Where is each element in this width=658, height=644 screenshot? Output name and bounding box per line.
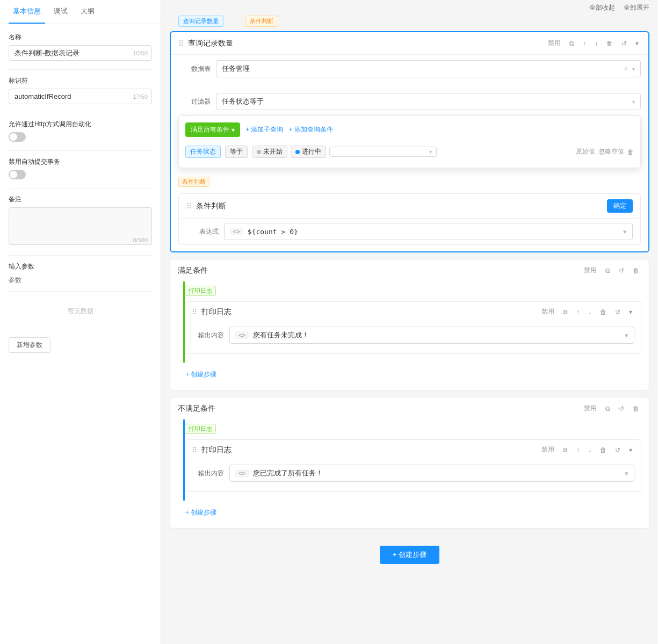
- note-label: 备注: [9, 195, 152, 204]
- left-panel: 基本信息 调试 大纲 名称 10/50 标识符 17/50 允许通过Http方式…: [0, 0, 161, 644]
- unsatisfied-print-down-btn[interactable]: ↓: [586, 445, 594, 455]
- filter-select[interactable]: 任务状态等于 ▾: [216, 93, 641, 110]
- disable-label: 禁用自动提交事务: [9, 157, 152, 167]
- condition-confirm-btn[interactable]: 确定: [607, 199, 633, 213]
- add-child-query-btn[interactable]: + 添加子查询: [245, 125, 283, 134]
- breadcrumb-condition: 条件判断: [245, 16, 278, 27]
- unsatisfied-create-step-btn[interactable]: + 创建步骤: [178, 503, 224, 523]
- tab-basic-info[interactable]: 基本信息: [9, 0, 45, 24]
- unsatisfied-print-reset-btn[interactable]: ↺: [613, 445, 623, 455]
- satisfied-print-disable-btn[interactable]: 禁用: [539, 306, 556, 317]
- query-copy-btn[interactable]: ⧉: [567, 39, 576, 48]
- collapse-all-button[interactable]: 全部收起: [589, 3, 615, 12]
- right-header: 全部收起 全部展开: [161, 0, 658, 16]
- data-table-clear-icon[interactable]: ×: [624, 65, 628, 73]
- unsatisfied-print-disable-btn[interactable]: 禁用: [539, 444, 556, 455]
- raw-value-btn[interactable]: 原始值: [576, 147, 595, 156]
- params-sub: 参数: [9, 276, 152, 285]
- query-more-btn[interactable]: ▾: [633, 39, 641, 48]
- note-textarea[interactable]: [9, 207, 152, 245]
- name-input[interactable]: [9, 45, 152, 61]
- satisfied-print-more-btn[interactable]: ▾: [627, 307, 634, 317]
- unsatisfied-reset-btn[interactable]: ↺: [617, 404, 626, 414]
- query-title: 查询记录数量: [188, 39, 546, 48]
- data-table-select[interactable]: 任务管理 × ▾: [216, 60, 641, 77]
- ignore-empty-btn[interactable]: 忽略空值: [598, 147, 624, 156]
- satisfied-section: 满足条件 禁用 ⧉ ↺ 🗑 打印日志 ⠿ 打印日志 禁用 ⧉: [170, 259, 649, 390]
- filter-placeholder: 任务状态等于: [222, 97, 264, 106]
- unsatisfied-print-copy-btn[interactable]: ⧉: [561, 445, 570, 455]
- data-table-chevron-icon: ▾: [632, 66, 635, 72]
- note-count: 0/500: [133, 237, 148, 243]
- satisfied-inner-border: 打印日志 ⠿ 打印日志 禁用 ⧉ ↑ ↓ 🗑 ↺ ▾: [183, 281, 649, 363]
- satisfied-output-field[interactable]: <> 您有任务未完成！ ▾: [229, 327, 634, 344]
- query-actions: 禁用 ⧉ ↑ ↓ 🗑 ↺ ▾: [546, 38, 641, 49]
- note-section: 备注 0/500: [9, 195, 152, 247]
- satisfied-footer: + 创建步骤: [170, 363, 649, 390]
- query-card: ⠿ 查询记录数量 禁用 ⧉ ↑ ↓ 🗑 ↺ ▾ 数据表 任务管理 × ▾: [170, 31, 649, 252]
- unsatisfied-inner-border: 打印日志 ⠿ 打印日志 禁用 ⧉ ↑ ↓ 🗑 ↺ ▾: [183, 419, 649, 501]
- satisfied-copy-btn[interactable]: ⧉: [603, 266, 612, 276]
- http-section: 允许通过Http方式调用自动化: [9, 120, 152, 142]
- add-param-button[interactable]: 新增参数: [9, 337, 50, 353]
- dot-blue-icon: [295, 150, 300, 154]
- data-table-label: 数据表: [178, 64, 211, 74]
- unsatisfied-print-delete-btn[interactable]: 🗑: [598, 445, 609, 455]
- satisfied-delete-btn[interactable]: 🗑: [631, 266, 641, 276]
- unsatisfied-print-more-btn[interactable]: ▾: [627, 445, 634, 455]
- unsatisfied-output-row: 输出内容 <> 您已完成了所有任务！ ▾: [192, 465, 634, 482]
- http-toggle[interactable]: [9, 132, 26, 142]
- satisfied-output-label: 输出内容: [192, 331, 224, 340]
- satisfied-reset-btn[interactable]: ↺: [617, 266, 626, 276]
- condition-drag-handle[interactable]: ⠿: [186, 202, 192, 211]
- unsatisfied-print-up-btn[interactable]: ↑: [574, 445, 582, 455]
- satisfied-print-reset-btn[interactable]: ↺: [613, 307, 623, 317]
- id-count: 17/50: [133, 93, 148, 100]
- name-count: 10/50: [133, 50, 148, 56]
- query-disable-btn[interactable]: 禁用: [546, 38, 563, 49]
- filter-extra-select[interactable]: ▾: [329, 147, 437, 157]
- unsatisfied-print-drag[interactable]: ⠿: [192, 446, 197, 454]
- satisfied-print-up-btn[interactable]: ↑: [574, 307, 582, 317]
- unsatisfied-output-field[interactable]: <> 您已完成了所有任务！ ▾: [229, 465, 634, 482]
- filter-delete-btn[interactable]: 🗑: [627, 148, 634, 156]
- satisfied-create-step-btn[interactable]: + 创建步骤: [178, 365, 224, 385]
- id-input[interactable]: [9, 89, 152, 104]
- expand-all-button[interactable]: 全部展开: [624, 3, 649, 12]
- satisfied-print-copy-btn[interactable]: ⧉: [561, 307, 570, 317]
- tab-debug[interactable]: 调试: [49, 0, 72, 24]
- unsatisfied-print-content: 输出内容 <> 您已完成了所有任务！ ▾: [185, 460, 641, 491]
- query-delete-btn[interactable]: 🗑: [604, 39, 615, 48]
- condition-inner-title: 条件判断: [196, 201, 607, 211]
- query-reset-btn[interactable]: ↺: [619, 39, 629, 48]
- tab-bar: 基本信息 调试 大纲: [0, 0, 161, 24]
- query-drag-handle[interactable]: ⠿: [178, 39, 184, 48]
- add-query-condition-btn[interactable]: + 添加查询条件: [288, 125, 332, 134]
- right-panel: 全部收起 全部展开 查询记录数量 条件判断 ⠿ 查询记录数量 禁用 ⧉ ↑ ↓ …: [161, 0, 658, 644]
- unsatisfied-disable-btn[interactable]: 禁用: [582, 403, 599, 414]
- satisfied-disable-btn[interactable]: 禁用: [582, 265, 599, 276]
- disable-toggle[interactable]: [9, 170, 26, 179]
- unsatisfied-delete-btn[interactable]: 🗑: [631, 404, 641, 414]
- unsatisfied-copy-btn[interactable]: ⧉: [603, 404, 612, 414]
- id-input-wrap: 17/50: [9, 89, 152, 104]
- unsatisfied-section: 不满足条件 禁用 ⧉ ↺ 🗑 打印日志 ⠿ 打印日志 禁用 ⧉: [170, 397, 649, 529]
- expression-field[interactable]: <> ${count > 0} ▾: [224, 223, 633, 240]
- query-up-btn[interactable]: ↑: [581, 39, 588, 48]
- all-conditions-btn[interactable]: 满足所有条件 ▾: [185, 122, 240, 137]
- unsatisfied-output-label: 输出内容: [192, 469, 224, 478]
- left-content: 名称 10/50 标识符 17/50 允许通过Http方式调用自动化 禁用自动提…: [0, 24, 161, 644]
- satisfied-print-content: 输出内容 <> 您有任务未完成！ ▾: [185, 322, 641, 353]
- satisfied-print-card: ⠿ 打印日志 禁用 ⧉ ↑ ↓ 🗑 ↺ ▾ 输出内容: [185, 301, 641, 354]
- conditions-chevron-icon: ▾: [232, 126, 235, 134]
- condition-inner-header: ⠿ 条件判断 确定: [179, 194, 640, 219]
- satisfied-print-down-btn[interactable]: ↓: [586, 307, 594, 317]
- query-down-btn[interactable]: ↓: [592, 39, 600, 48]
- satisfied-print-drag[interactable]: ⠿: [192, 308, 197, 316]
- dot-grey-icon: [257, 150, 261, 154]
- satisfied-print-delete-btn[interactable]: 🗑: [598, 307, 609, 317]
- condition-inner-section: ⠿ 条件判断 确定 表达式 <> ${count > 0} ▾: [178, 193, 641, 245]
- tab-outline[interactable]: 大纲: [76, 0, 99, 24]
- bottom-create-step-btn[interactable]: + 创建步骤: [380, 546, 439, 564]
- unsatisfied-print-tag-area: 打印日志: [185, 424, 641, 437]
